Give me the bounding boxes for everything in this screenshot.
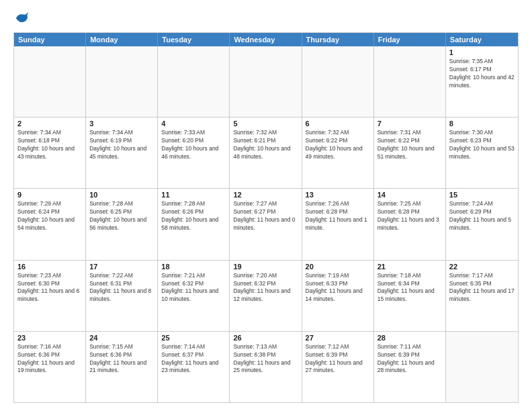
calendar-row-3: 16Sunrise: 7:23 AM Sunset: 6:30 PM Dayli… — [14, 260, 518, 331]
day-number: 27 — [306, 334, 370, 342]
day-number: 2 — [17, 120, 82, 128]
calendar-cell: 23Sunrise: 7:16 AM Sunset: 6:36 PM Dayli… — [14, 332, 86, 402]
cell-info: Sunrise: 7:14 AM Sunset: 6:37 PM Dayligh… — [161, 343, 226, 375]
calendar-cell: 11Sunrise: 7:28 AM Sunset: 6:26 PM Dayli… — [158, 189, 230, 259]
cell-info: Sunrise: 7:29 AM Sunset: 6:24 PM Dayligh… — [17, 200, 82, 232]
calendar-row-1: 2Sunrise: 7:34 AM Sunset: 6:18 PM Daylig… — [14, 117, 518, 188]
calendar-cell: 21Sunrise: 7:18 AM Sunset: 6:34 PM Dayli… — [374, 261, 446, 331]
day-number: 3 — [89, 120, 154, 128]
header-day-saturday: Saturday — [446, 33, 518, 46]
calendar-cell: 6Sunrise: 7:32 AM Sunset: 6:22 PM Daylig… — [302, 118, 374, 188]
cell-info: Sunrise: 7:32 AM Sunset: 6:22 PM Dayligh… — [306, 129, 370, 161]
calendar-cell: 28Sunrise: 7:11 AM Sunset: 6:39 PM Dayli… — [374, 332, 446, 402]
calendar-cell: 12Sunrise: 7:27 AM Sunset: 6:27 PM Dayli… — [230, 189, 302, 259]
calendar-cell: 17Sunrise: 7:22 AM Sunset: 6:31 PM Dayli… — [86, 261, 158, 331]
cell-info: Sunrise: 7:17 AM Sunset: 6:35 PM Dayligh… — [449, 272, 515, 304]
cell-info: Sunrise: 7:11 AM Sunset: 6:39 PM Dayligh… — [378, 343, 442, 375]
cell-info: Sunrise: 7:31 AM Sunset: 6:22 PM Dayligh… — [378, 129, 442, 161]
calendar-cell: 16Sunrise: 7:23 AM Sunset: 6:30 PM Dayli… — [14, 261, 86, 331]
cell-info: Sunrise: 7:27 AM Sunset: 6:27 PM Dayligh… — [233, 200, 298, 232]
day-number: 28 — [378, 334, 442, 342]
calendar-body: 1Sunrise: 7:35 AM Sunset: 6:17 PM Daylig… — [14, 46, 518, 402]
calendar-row-2: 9Sunrise: 7:29 AM Sunset: 6:24 PM Daylig… — [14, 188, 518, 259]
logo — [13, 11, 30, 26]
cell-info: Sunrise: 7:13 AM Sunset: 6:38 PM Dayligh… — [233, 343, 298, 375]
page: SundayMondayTuesdayWednesdayThursdayFrid… — [0, 0, 532, 411]
cell-info: Sunrise: 7:24 AM Sunset: 6:29 PM Dayligh… — [449, 200, 515, 232]
day-number: 12 — [233, 191, 298, 199]
day-number: 14 — [378, 191, 442, 199]
calendar-cell: 22Sunrise: 7:17 AM Sunset: 6:35 PM Dayli… — [446, 261, 518, 331]
calendar-cell: 15Sunrise: 7:24 AM Sunset: 6:29 PM Dayli… — [446, 189, 518, 259]
day-number: 16 — [17, 263, 82, 271]
day-number: 7 — [378, 120, 442, 128]
day-number: 23 — [17, 334, 82, 342]
calendar-cell: 10Sunrise: 7:28 AM Sunset: 6:25 PM Dayli… — [86, 189, 158, 259]
cell-info: Sunrise: 7:22 AM Sunset: 6:31 PM Dayligh… — [89, 272, 154, 304]
day-number: 11 — [161, 191, 226, 199]
calendar-cell: 1Sunrise: 7:35 AM Sunset: 6:17 PM Daylig… — [446, 46, 518, 117]
cell-info: Sunrise: 7:21 AM Sunset: 6:32 PM Dayligh… — [161, 272, 226, 304]
calendar-cell: 18Sunrise: 7:21 AM Sunset: 6:32 PM Dayli… — [158, 261, 230, 331]
cell-info: Sunrise: 7:23 AM Sunset: 6:30 PM Dayligh… — [17, 272, 82, 304]
calendar-cell: 20Sunrise: 7:19 AM Sunset: 6:33 PM Dayli… — [302, 261, 374, 331]
day-number: 21 — [378, 263, 442, 271]
day-number: 8 — [449, 120, 515, 128]
day-number: 6 — [306, 120, 370, 128]
calendar-cell: 27Sunrise: 7:12 AM Sunset: 6:39 PM Dayli… — [302, 332, 374, 402]
calendar-cell: 5Sunrise: 7:32 AM Sunset: 6:21 PM Daylig… — [230, 118, 302, 188]
header-day-thursday: Thursday — [302, 33, 374, 46]
calendar: SundayMondayTuesdayWednesdayThursdayFrid… — [13, 32, 519, 403]
calendar-cell: 3Sunrise: 7:34 AM Sunset: 6:19 PM Daylig… — [86, 118, 158, 188]
cell-info: Sunrise: 7:26 AM Sunset: 6:28 PM Dayligh… — [306, 200, 370, 232]
header — [13, 11, 519, 26]
day-number: 20 — [306, 263, 370, 271]
cell-info: Sunrise: 7:25 AM Sunset: 6:28 PM Dayligh… — [378, 200, 442, 232]
header-day-friday: Friday — [374, 33, 446, 46]
cell-info: Sunrise: 7:16 AM Sunset: 6:36 PM Dayligh… — [17, 343, 82, 375]
day-number: 15 — [449, 191, 515, 199]
logo-icon — [15, 11, 30, 26]
cell-info: Sunrise: 7:19 AM Sunset: 6:33 PM Dayligh… — [306, 272, 370, 304]
calendar-row-0: 1Sunrise: 7:35 AM Sunset: 6:17 PM Daylig… — [14, 46, 518, 117]
cell-info: Sunrise: 7:30 AM Sunset: 6:23 PM Dayligh… — [449, 129, 515, 161]
calendar-cell: 7Sunrise: 7:31 AM Sunset: 6:22 PM Daylig… — [374, 118, 446, 188]
calendar-cell — [302, 46, 374, 117]
calendar-cell: 13Sunrise: 7:26 AM Sunset: 6:28 PM Dayli… — [302, 189, 374, 259]
calendar-cell — [86, 46, 158, 117]
day-number: 18 — [161, 263, 226, 271]
calendar-cell — [230, 46, 302, 117]
calendar-cell — [14, 46, 86, 117]
calendar-cell: 24Sunrise: 7:15 AM Sunset: 6:36 PM Dayli… — [86, 332, 158, 402]
cell-info: Sunrise: 7:32 AM Sunset: 6:21 PM Dayligh… — [233, 129, 298, 161]
day-number: 1 — [449, 48, 515, 56]
header-day-sunday: Sunday — [14, 33, 86, 46]
cell-info: Sunrise: 7:18 AM Sunset: 6:34 PM Dayligh… — [378, 272, 442, 304]
calendar-cell: 4Sunrise: 7:33 AM Sunset: 6:20 PM Daylig… — [158, 118, 230, 188]
calendar-cell: 25Sunrise: 7:14 AM Sunset: 6:37 PM Dayli… — [158, 332, 230, 402]
calendar-header: SundayMondayTuesdayWednesdayThursdayFrid… — [14, 33, 518, 46]
cell-info: Sunrise: 7:35 AM Sunset: 6:17 PM Dayligh… — [449, 58, 515, 90]
day-number: 17 — [89, 263, 154, 271]
calendar-cell: 19Sunrise: 7:20 AM Sunset: 6:32 PM Dayli… — [230, 261, 302, 331]
header-day-tuesday: Tuesday — [158, 33, 230, 46]
day-number: 26 — [233, 334, 298, 342]
day-number: 9 — [17, 191, 82, 199]
day-number: 19 — [233, 263, 298, 271]
day-number: 5 — [233, 120, 298, 128]
day-number: 22 — [449, 263, 515, 271]
calendar-cell — [446, 332, 518, 402]
calendar-cell — [374, 46, 446, 117]
header-day-wednesday: Wednesday — [230, 33, 302, 46]
cell-info: Sunrise: 7:28 AM Sunset: 6:25 PM Dayligh… — [89, 200, 154, 232]
header-day-monday: Monday — [86, 33, 158, 46]
calendar-cell: 26Sunrise: 7:13 AM Sunset: 6:38 PM Dayli… — [230, 332, 302, 402]
day-number: 25 — [161, 334, 226, 342]
cell-info: Sunrise: 7:34 AM Sunset: 6:19 PM Dayligh… — [89, 129, 154, 161]
calendar-cell: 14Sunrise: 7:25 AM Sunset: 6:28 PM Dayli… — [374, 189, 446, 259]
cell-info: Sunrise: 7:12 AM Sunset: 6:39 PM Dayligh… — [306, 343, 370, 375]
calendar-cell: 2Sunrise: 7:34 AM Sunset: 6:18 PM Daylig… — [14, 118, 86, 188]
day-number: 10 — [89, 191, 154, 199]
cell-info: Sunrise: 7:15 AM Sunset: 6:36 PM Dayligh… — [89, 343, 154, 375]
day-number: 24 — [89, 334, 154, 342]
